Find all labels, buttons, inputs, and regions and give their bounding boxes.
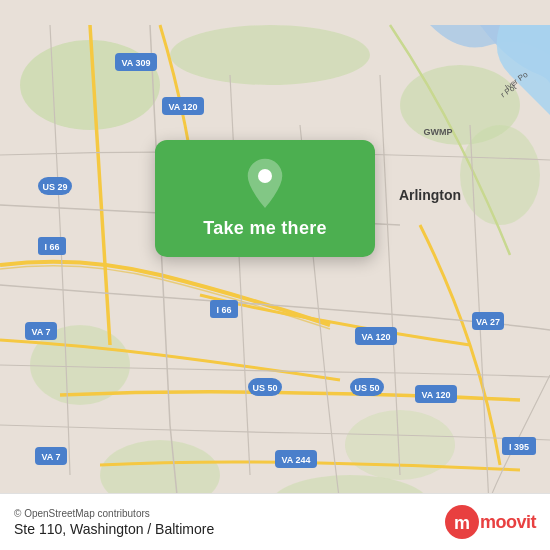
svg-text:US 29: US 29 [42,182,67,192]
svg-text:GWMP: GWMP [424,127,453,137]
svg-text:VA 120: VA 120 [168,102,197,112]
bottom-left: © OpenStreetMap contributors Ste 110, Wa… [14,508,214,537]
svg-text:US 50: US 50 [354,383,379,393]
svg-text:VA 309: VA 309 [121,58,150,68]
bottom-bar: © OpenStreetMap contributors Ste 110, Wa… [0,493,550,550]
location-label: Ste 110, Washington / Baltimore [14,521,214,537]
moovit-text: moovit [480,512,536,533]
take-me-there-button[interactable]: Take me there [203,216,327,241]
svg-text:VA 27: VA 27 [476,317,500,327]
moovit-icon: m [444,504,480,540]
svg-text:Arlington: Arlington [399,187,461,203]
svg-text:I 66: I 66 [44,242,59,252]
map-background: VA 309 VA 120 US 29 I 66 I 66 VA 7 VA 7 … [0,0,550,550]
location-pin-icon [240,158,290,208]
svg-text:VA 120: VA 120 [421,390,450,400]
svg-point-2 [170,25,370,85]
svg-point-41 [258,169,272,183]
svg-text:I 66: I 66 [216,305,231,315]
svg-text:I 395: I 395 [509,442,529,452]
action-card: Take me there [155,140,375,257]
svg-text:VA 120: VA 120 [361,332,390,342]
svg-text:VA 7: VA 7 [41,452,60,462]
moovit-logo: m moovit [444,504,536,540]
svg-text:US 50: US 50 [252,383,277,393]
attribution-text: © OpenStreetMap contributors [14,508,214,519]
map-container: VA 309 VA 120 US 29 I 66 I 66 VA 7 VA 7 … [0,0,550,550]
svg-text:VA 244: VA 244 [281,455,310,465]
svg-text:VA 7: VA 7 [31,327,50,337]
svg-text:m: m [454,513,470,533]
